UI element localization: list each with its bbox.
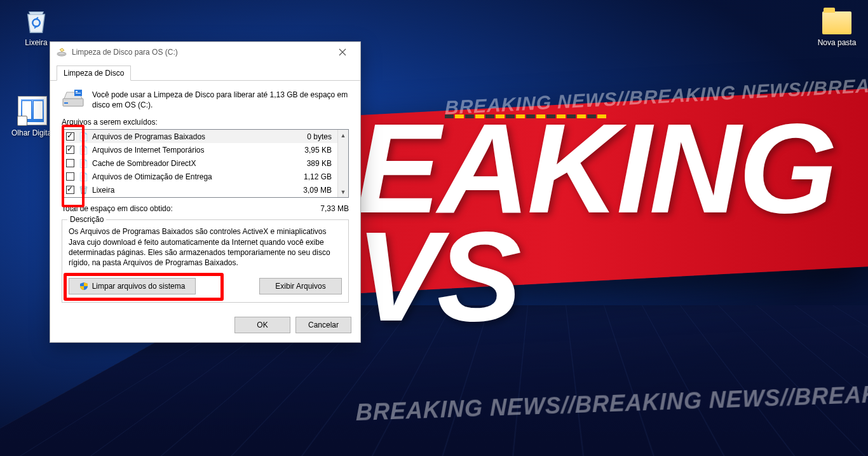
svg-rect-3 [64,102,68,104]
shield-icon [79,282,88,291]
item-name: Arquivos de Internet Temporários [92,146,301,155]
list-item[interactable]: 🗑️ Lixeira 3,09 MB [62,183,348,197]
item-size: 389 KB [307,159,336,168]
desktop-icon-label: Nova pasta [818,38,857,47]
cancel-button[interactable]: Cancelar [295,317,351,333]
item-name: Lixeira [92,186,299,195]
item-size: 0 bytes [307,132,336,141]
scroll-down-button[interactable]: ▼ [338,186,348,197]
dialog-title: Limpeza de Disco para OS (C:) [72,48,329,57]
file-icon: 📄 [78,158,88,169]
list-item[interactable]: 📄 Arquivos de Otimização de Entrega 1,12… [62,170,348,183]
titlebar[interactable]: Limpeza de Disco para OS (C:) [50,42,360,62]
total-label: Total de espaço em disco obtido: [62,204,320,213]
checkbox[interactable] [66,132,74,141]
description-text: Os Arquivos de Programas Baixados são co… [69,226,342,268]
tab-strip: Limpeza de Disco [50,62,360,81]
item-name: Arquivos de Programas Baixados [92,132,303,141]
file-icon: 📄 [78,145,88,155]
list-item[interactable]: 📄 Arquivos de Programas Baixados 0 bytes [62,130,348,143]
disk-cleanup-dialog: Limpeza de Disco para OS (C:) Limpeza de… [50,41,361,343]
item-size: 1,12 GB [304,172,336,181]
recycle-bin-icon [21,5,51,36]
item-size: 3,09 MB [303,186,336,195]
svg-rect-6 [76,93,81,93]
view-files-button[interactable]: Exibir Arquivos [259,278,342,294]
desktop-icon-label: Lixeira [25,38,47,47]
svg-rect-5 [76,91,78,92]
folder-icon [822,5,852,36]
button-label: Limpar arquivos do sistema [92,282,186,291]
checkbox[interactable] [66,159,74,167]
intro-text: Você pode usar a Limpeza de Disco para l… [92,90,349,110]
checkbox[interactable] [66,146,74,154]
disk-cleanup-icon [57,47,67,57]
button-label: Exibir Arquivos [275,282,325,291]
recycle-bin-icon: 🗑️ [78,185,88,195]
item-size: 3,95 KB [304,146,336,155]
file-icon: 📄 [78,132,88,142]
wallpaper-headline-2: VS [356,204,518,350]
checkbox[interactable] [66,186,74,194]
shortcut-icon [17,95,48,126]
checkbox[interactable] [66,172,74,181]
scroll-up-button[interactable]: ▲ [338,130,348,141]
button-label: Cancelar [308,321,339,329]
files-listbox[interactable]: 📄 Arquivos de Programas Baixados 0 bytes… [62,129,349,198]
total-value: 7,33 MB [320,204,349,213]
drive-icon [62,90,85,109]
ok-button[interactable]: OK [234,317,290,333]
files-to-delete-label: Arquivos a serem excluídos: [62,118,349,127]
list-item[interactable]: 📄 Arquivos de Internet Temporários 3,95 … [62,143,348,156]
desktop-icon-nova-pasta[interactable]: Nova pasta [812,5,862,47]
button-label: OK [257,321,268,329]
file-icon: 📄 [78,172,88,182]
clean-system-files-button[interactable]: Limpar arquivos do sistema [69,278,196,294]
groupbox-legend: Descrição [67,215,106,224]
list-item[interactable]: 📄 Cache de Sombreador DirectX 389 KB [62,156,348,170]
scrollbar[interactable]: ▲ ▼ [337,130,348,197]
item-name: Arquivos de Otimização de Entrega [92,172,300,181]
desktop-icon-label: Olhar Digital [11,128,53,137]
tab-limpeza-de-disco[interactable]: Limpeza de Disco [57,66,131,81]
item-name: Cache de Sombreador DirectX [92,159,303,168]
description-groupbox: Descrição Os Arquivos de Programas Baixa… [62,219,349,303]
close-button[interactable] [329,43,356,62]
